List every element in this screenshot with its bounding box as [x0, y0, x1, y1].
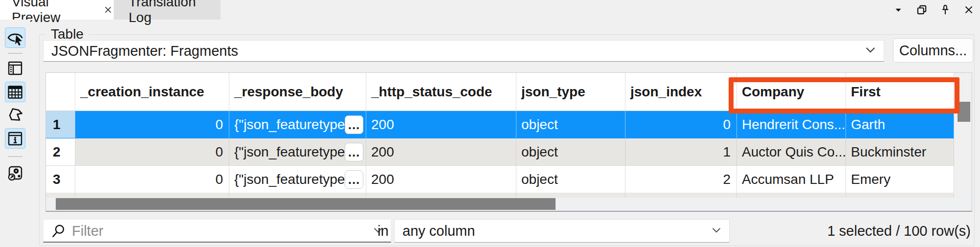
- cell-json-index[interactable]: 1: [625, 138, 737, 166]
- cell-json-type[interactable]: object: [516, 111, 625, 138]
- feature-information-button[interactable]: [5, 128, 25, 149]
- cell-response-body[interactable]: {"json_featuretype": ...: [229, 138, 366, 166]
- cell-first[interactable]: Buckminster: [846, 138, 954, 166]
- cell-first[interactable]: Garth: [846, 111, 954, 138]
- tab-label: Translation Log: [129, 0, 221, 25]
- expand-cell-button[interactable]: ...: [345, 115, 363, 134]
- filter-combobox[interactable]: [43, 219, 391, 243]
- cell-first[interactable]: Emery: [846, 166, 954, 193]
- column-header-response-body[interactable]: _response_body: [229, 73, 366, 111]
- cell-http-status-code[interactable]: 200: [366, 166, 516, 193]
- cell-http-status-code[interactable]: 200: [366, 111, 516, 138]
- search-icon: [50, 223, 67, 240]
- cell-company[interactable]: Hendrerit Cons...: [737, 111, 846, 138]
- column-header-json-type[interactable]: json_type: [516, 73, 625, 111]
- partial-cell[interactable]: [846, 193, 954, 198]
- chevron-down-icon: [712, 226, 721, 235]
- horizontal-scrollbar[interactable]: [46, 198, 972, 210]
- response-body-text: {"json_featuretype":: [234, 144, 354, 159]
- cell-http-status-code[interactable]: 200: [366, 138, 516, 166]
- sidebar-divider: [8, 53, 22, 54]
- cell-creation-instance[interactable]: 0: [75, 111, 229, 138]
- cell-response-body[interactable]: {"json_featuretype": ...: [229, 111, 366, 138]
- partial-cell[interactable]: [366, 193, 516, 198]
- eye-cursor-icon: [5, 28, 25, 47]
- expand-cell-button[interactable]: ...: [345, 170, 363, 189]
- partial-cell[interactable]: [516, 193, 625, 198]
- response-body-text: {"json_featuretype":: [234, 117, 354, 132]
- view-mode-sidebar: [0, 20, 30, 247]
- sidebar-divider: [8, 156, 22, 157]
- column-scope-combobox[interactable]: any column: [394, 219, 730, 243]
- feature-type-combobox[interactable]: JSONFragmenter: Fragments: [43, 40, 884, 62]
- cell-creation-instance[interactable]: 0: [75, 166, 229, 193]
- highlight-annotation-rectangle: [729, 77, 959, 113]
- panel-menu-icon[interactable]: [892, 3, 905, 16]
- response-body-text: {"json_featuretype":: [234, 172, 354, 187]
- filter-input[interactable]: [72, 221, 365, 241]
- cell-company[interactable]: Auctor Quis Co...: [737, 138, 846, 166]
- pin-panel-icon[interactable]: [939, 3, 952, 16]
- expand-cell-button[interactable]: ...: [345, 143, 363, 161]
- cell-json-index[interactable]: 0: [625, 111, 737, 138]
- cell-response-body[interactable]: {"json_featuretype": ...: [229, 166, 366, 193]
- row-header-cell[interactable]: 2: [46, 138, 75, 166]
- disk-record-icon: [5, 163, 25, 183]
- chevron-down-icon: [865, 46, 876, 55]
- column-header-http-status-code[interactable]: _http_status_code: [366, 73, 516, 111]
- partial-cell[interactable]: [625, 193, 737, 198]
- partial-cell[interactable]: [229, 193, 366, 198]
- feature-type-value: JSONFragmenter: Fragments: [51, 41, 238, 61]
- column-header-json-index[interactable]: json_index: [625, 73, 737, 111]
- corner-header-cell[interactable]: [46, 73, 75, 111]
- partial-cell[interactable]: [46, 193, 75, 198]
- partial-cell[interactable]: [75, 193, 229, 198]
- panel-window-controls: [892, 0, 975, 20]
- selection-status-text: 1 selected / 100 row(s): [827, 219, 971, 243]
- tab-close-icon[interactable]: [103, 4, 113, 16]
- row-header-cell[interactable]: 1: [46, 111, 75, 138]
- row-header-cell[interactable]: 3: [46, 166, 75, 193]
- feature-geometry-button[interactable]: [5, 104, 25, 124]
- dataset-record-button[interactable]: [5, 163, 25, 183]
- table-grid-icon: [5, 82, 25, 102]
- column-scope-value: any column: [402, 220, 475, 242]
- cell-json-type[interactable]: object: [516, 166, 625, 193]
- tab-translation-log[interactable]: Translation Log: [114, 0, 221, 20]
- partial-cell[interactable]: [737, 193, 846, 198]
- cell-json-type[interactable]: object: [516, 138, 625, 166]
- tab-visual-preview[interactable]: Visual Preview: [0, 0, 113, 20]
- cell-json-index[interactable]: 2: [625, 166, 737, 193]
- columns-button[interactable]: Columns...: [893, 38, 973, 63]
- panel-tab-bar: Visual Preview Translation Log: [0, 0, 980, 20]
- float-panel-icon[interactable]: [915, 3, 928, 16]
- polygon-icon: [5, 104, 25, 124]
- select-mode-button[interactable]: [5, 27, 25, 48]
- cell-company[interactable]: Accumsan LLP: [737, 166, 846, 193]
- table-view-button[interactable]: [5, 82, 25, 102]
- column-header-creation-instance[interactable]: _creation_instance: [75, 73, 229, 111]
- panel-layout-icon: [5, 58, 25, 78]
- close-panel-icon[interactable]: [962, 3, 975, 16]
- horizontal-scrollbar-thumb[interactable]: [56, 198, 556, 210]
- cell-creation-instance[interactable]: 0: [75, 138, 229, 166]
- panel-layout-button[interactable]: [5, 58, 25, 78]
- in-label: in: [378, 219, 389, 243]
- info-panel-icon: [5, 129, 25, 148]
